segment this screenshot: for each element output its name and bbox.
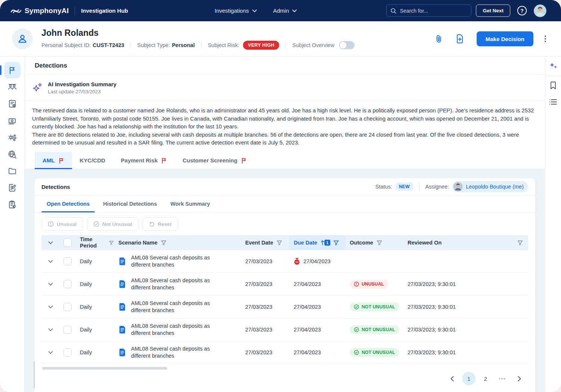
- more-pages-icon[interactable]: •••: [496, 372, 509, 385]
- row-checkbox[interactable]: [63, 257, 72, 265]
- sidebar-item-documents[interactable]: [4, 163, 21, 179]
- next-page-icon[interactable]: [512, 372, 526, 385]
- filter-icon: [109, 240, 114, 246]
- tab-customer-screening[interactable]: Customer Screening: [175, 152, 255, 169]
- list-icon[interactable]: [549, 99, 557, 107]
- ai-summary-title: AI Investigation Summary: [48, 81, 116, 87]
- document-icon: [118, 302, 126, 311]
- col-outcome[interactable]: Outcome: [345, 235, 403, 250]
- table-row[interactable]: Daily AML08 Several cash deposits as dif…: [41, 273, 528, 296]
- make-decision-button[interactable]: Make Decision: [477, 31, 533, 46]
- right-sidebar: [545, 57, 561, 392]
- subject-overview-toggle[interactable]: [339, 41, 355, 49]
- more-options-icon[interactable]: [543, 34, 548, 44]
- page-1[interactable]: 1: [462, 372, 476, 385]
- row-checkbox[interactable]: [63, 348, 72, 357]
- expand-row-icon[interactable]: [48, 283, 53, 286]
- document-icon: [118, 257, 126, 266]
- expand-row-icon[interactable]: [48, 328, 53, 332]
- document-icon: [118, 280, 126, 289]
- sidebar-item-case-details[interactable]: [4, 96, 21, 112]
- ai-assistant-icon[interactable]: [548, 61, 558, 72]
- bulk-actions: Unusual Not Unusual Reset: [35, 212, 535, 235]
- tab-aml[interactable]: AML: [35, 152, 72, 169]
- chevron-down-icon: [48, 241, 53, 245]
- row-checkbox[interactable]: [63, 303, 72, 311]
- bookmark-icon[interactable]: [549, 81, 557, 91]
- page-2[interactable]: 2: [479, 372, 492, 385]
- assignee-name: Leopoldo Boutique (me): [466, 184, 524, 190]
- col-label: Time Period: [80, 236, 106, 249]
- table-row[interactable]: Daily AML08 Several cash deposits as dif…: [41, 318, 528, 341]
- brand-name: SymphonyAI: [25, 7, 69, 15]
- sidebar-item-subjects[interactable]: [4, 79, 21, 95]
- time-period-cell: Daily: [75, 296, 114, 318]
- expand-row-icon[interactable]: [48, 260, 53, 263]
- summary-paragraph-2: There are 80 detections related to Joe, …: [32, 131, 535, 147]
- page-title: Detections: [25, 57, 545, 75]
- table-row[interactable]: Daily AML08 Several cash deposits as dif…: [41, 296, 528, 318]
- sidebar-item-history[interactable]: [4, 196, 21, 213]
- user-avatar[interactable]: [534, 4, 546, 17]
- sidebar-item-notes[interactable]: [4, 180, 21, 196]
- col-reviewed-on[interactable]: Reviewed On: [403, 235, 528, 250]
- expand-row-icon[interactable]: [48, 351, 53, 354]
- search-input[interactable]: Search for...: [386, 4, 471, 17]
- outcome-cell: NOT UNUSUAL: [350, 348, 399, 357]
- reset-icon: [149, 221, 155, 227]
- sidebar-item-web-search[interactable]: [4, 146, 21, 162]
- col-scenario-name[interactable]: Scenario Name: [114, 235, 241, 250]
- prev-page-icon[interactable]: [445, 372, 459, 385]
- gear-network-icon: [7, 133, 17, 142]
- svg-text:?: ?: [520, 8, 524, 14]
- clipboard-clock-icon: [8, 200, 17, 209]
- attachment-icon[interactable]: [435, 34, 443, 43]
- reviewed-on-cell: 27/03/2023; 9:30:01: [408, 304, 456, 310]
- row-checkbox[interactable]: [63, 326, 72, 334]
- horizontal-scrollbar[interactable]: [42, 367, 167, 370]
- time-period-cell: Daily: [75, 341, 114, 364]
- table-row[interactable]: Daily AML08 Several cash deposits as dif…: [41, 341, 528, 364]
- flag-icon: [161, 158, 167, 164]
- assignee-pill[interactable]: Leopoldo Boutique (me): [452, 181, 528, 192]
- subtab-open-detections[interactable]: Open Detections: [41, 196, 95, 212]
- nav-admin[interactable]: Admin: [273, 7, 297, 14]
- tab-payment-risk[interactable]: Payment Risk: [113, 152, 175, 169]
- subtab-work-summary[interactable]: Work Summary: [165, 196, 215, 212]
- select-all-checkbox[interactable]: [60, 235, 75, 250]
- folder-icon: [8, 167, 17, 175]
- unusual-button[interactable]: Unusual: [41, 217, 83, 231]
- help-icon[interactable]: ?: [517, 6, 527, 16]
- divider: [201, 41, 202, 49]
- sidebar-item-transactions[interactable]: [4, 112, 21, 129]
- nav-investigations[interactable]: Investigations: [215, 7, 257, 14]
- cash-icon: [7, 116, 17, 125]
- get-next-button[interactable]: Get Next: [476, 4, 510, 17]
- outcome-cell: NOT UNUSUAL: [350, 302, 399, 311]
- globe-search-icon: [7, 150, 17, 159]
- scenario-cell: AML08 Several cash deposits as different…: [114, 341, 241, 364]
- sidebar-item-automation[interactable]: [4, 129, 21, 146]
- table-header: Time Period Scenario Name Event Date: [41, 235, 528, 250]
- category-tabs: AML KYC/CDD Payment Risk Customer Screen…: [25, 152, 545, 169]
- add-document-icon[interactable]: [456, 34, 464, 43]
- expand-all-header[interactable]: [41, 235, 60, 250]
- symphonyai-logo-icon: [10, 7, 22, 15]
- chevron-down-icon: [292, 9, 297, 12]
- table-row[interactable]: Daily AML08 Several cash deposits as dif…: [41, 250, 528, 273]
- col-event-date[interactable]: Event Date: [241, 235, 289, 250]
- reset-button[interactable]: Reset: [143, 217, 178, 231]
- subtab-historical-detections[interactable]: Historical Detections: [98, 196, 162, 212]
- check-circle-icon: [354, 304, 359, 309]
- expand-row-icon[interactable]: [48, 305, 53, 309]
- col-due-date[interactable]: Due Date 1: [289, 235, 345, 250]
- subject-header: John Rolands Personal Subject ID: CUST-T…: [0, 21, 561, 57]
- event-date-cell: 27/03/2023: [245, 349, 272, 355]
- tab-kyc-cdd[interactable]: KYC/CDD: [72, 152, 113, 169]
- not-unusual-button[interactable]: Not Unusual: [87, 217, 138, 231]
- due-date-cell: 27/04/2023: [294, 258, 331, 265]
- col-time-period[interactable]: Time Period: [75, 235, 114, 250]
- status-label: Status:: [375, 184, 392, 190]
- row-checkbox[interactable]: [63, 280, 72, 288]
- sidebar-item-detections[interactable]: [4, 62, 21, 78]
